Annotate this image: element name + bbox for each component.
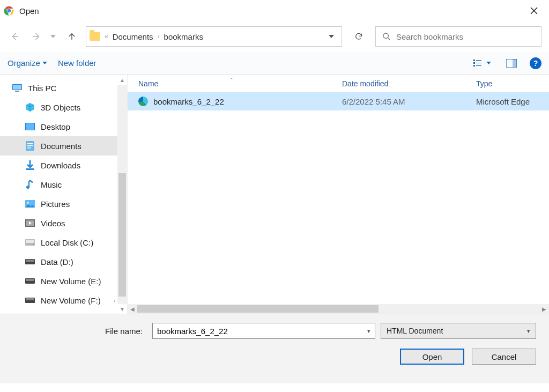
tree-new-volume-f[interactable]: New Volume (F:) › <box>0 291 127 310</box>
monitor-icon <box>12 83 23 93</box>
chevron-right-icon[interactable]: › <box>114 297 116 304</box>
nav-back-button[interactable] <box>8 29 23 44</box>
file-name: bookmarks_6_2_22 <box>153 97 224 106</box>
tree-downloads[interactable]: Downloads <box>0 156 127 175</box>
scroll-right-icon[interactable]: ▶ <box>539 306 549 312</box>
scroll-left-icon[interactable]: ◀ <box>128 306 137 312</box>
close-button[interactable] <box>523 0 545 21</box>
chevron-right-icon: › <box>158 33 160 40</box>
column-type[interactable]: Type <box>476 79 549 88</box>
tree-music[interactable]: Music <box>0 175 127 194</box>
column-date[interactable]: Date modified <box>342 79 476 88</box>
file-name-combo[interactable]: ▾ <box>152 323 375 339</box>
open-button[interactable]: Open <box>400 349 464 365</box>
svg-rect-7 <box>476 63 481 63</box>
nav-up-button[interactable] <box>64 29 79 44</box>
music-icon <box>25 180 35 189</box>
svg-rect-20 <box>27 147 31 149</box>
address-dropdown[interactable] <box>324 35 338 38</box>
address-bar[interactable]: « Documents › bookmarks <box>86 26 342 47</box>
chevron-down-icon[interactable]: ▾ <box>367 328 370 335</box>
download-icon <box>25 160 35 170</box>
breadcrumb-seg-0[interactable]: Documents <box>113 32 153 41</box>
file-name-label: File name: <box>13 327 147 336</box>
svg-point-3 <box>383 33 388 38</box>
breadcrumb-overflow[interactable]: « <box>105 33 108 40</box>
tree-local-disk-c[interactable]: Local Disk (C:) <box>0 233 127 252</box>
tree-videos[interactable]: Videos <box>0 213 127 233</box>
scroll-down-icon[interactable]: ▼ <box>117 304 127 314</box>
tree-pictures[interactable]: Pictures <box>0 194 127 213</box>
file-list: Name ⌃ Date modified Type bookmarks_6_2_… <box>128 75 549 314</box>
disk-icon <box>25 238 35 247</box>
disk-icon <box>25 295 35 305</box>
nav-recent-dropdown[interactable] <box>50 35 58 38</box>
svg-rect-6 <box>473 62 475 64</box>
file-row[interactable]: bookmarks_6_2_22 6/2/2022 5:45 AM Micros… <box>128 92 549 110</box>
file-name-input[interactable] <box>157 327 370 336</box>
pictures-icon <box>25 199 35 209</box>
tree-label: Pictures <box>41 199 70 209</box>
view-mode-button[interactable] <box>471 57 493 70</box>
window-title: Open <box>19 6 39 16</box>
svg-point-29 <box>33 243 34 245</box>
svg-point-22 <box>26 186 29 189</box>
tree-this-pc[interactable]: This PC <box>0 78 127 98</box>
tree-label: New Volume (E:) <box>41 277 101 286</box>
tree-data-d[interactable]: Data (D:) <box>0 252 127 271</box>
footer: File name: ▾ HTML Document ▾ Open Cancel <box>0 314 549 383</box>
videos-icon <box>25 218 35 228</box>
svg-rect-21 <box>26 168 34 170</box>
horizontal-scrollbar[interactable]: ◀ ▶ <box>128 304 549 314</box>
body: This PC 3D Objects Desktop Documents Dow… <box>0 75 549 314</box>
search-input[interactable] <box>396 32 535 41</box>
scroll-track[interactable] <box>117 85 127 304</box>
disk-icon <box>25 257 35 267</box>
tree-label: Music <box>41 180 62 189</box>
tree-label: Data (D:) <box>41 257 73 267</box>
file-type: Microsoft Edge <box>476 97 549 106</box>
svg-rect-19 <box>27 145 33 146</box>
nav-forward-button[interactable] <box>29 29 44 44</box>
svg-rect-5 <box>476 60 481 61</box>
column-name-label: Name <box>138 79 158 88</box>
tree-3d-objects[interactable]: 3D Objects <box>0 98 127 117</box>
preview-pane-button[interactable] <box>504 57 519 70</box>
edge-icon <box>138 97 148 106</box>
svg-rect-4 <box>473 60 475 61</box>
file-rows: bookmarks_6_2_22 6/2/2022 5:45 AM Micros… <box>128 92 549 304</box>
svg-rect-16 <box>26 123 34 130</box>
file-type-select[interactable]: HTML Document ▾ <box>381 323 536 339</box>
scroll-thumb[interactable] <box>137 305 379 313</box>
toolbar: Organize New folder ? <box>0 51 549 75</box>
svg-rect-9 <box>476 65 481 66</box>
tree-new-volume-e[interactable]: New Volume (E:) <box>0 271 127 291</box>
scroll-up-icon[interactable]: ▲ <box>117 75 127 85</box>
breadcrumb-seg-1[interactable]: bookmarks <box>164 32 203 41</box>
column-name[interactable]: Name ⌃ <box>128 79 342 88</box>
sidebar: This PC 3D Objects Desktop Documents Dow… <box>0 75 128 314</box>
svg-point-24 <box>27 202 29 204</box>
search-box[interactable] <box>375 26 541 47</box>
cancel-button[interactable]: Cancel <box>472 349 536 365</box>
tree-documents[interactable]: Documents <box>0 136 127 156</box>
chrome-icon <box>4 6 14 16</box>
refresh-button[interactable] <box>348 26 369 47</box>
sidebar-scrollbar[interactable]: ▲ ▼ <box>117 75 127 314</box>
scroll-thumb[interactable] <box>118 173 126 297</box>
disk-icon <box>25 276 35 286</box>
tree-desktop[interactable]: Desktop <box>0 117 127 136</box>
tree-label: Documents <box>41 142 81 151</box>
new-folder-button[interactable]: New folder <box>58 58 97 68</box>
scroll-track[interactable] <box>137 304 539 314</box>
folder-icon <box>90 32 100 41</box>
help-button[interactable]: ? <box>530 57 541 69</box>
tree-label: Local Disk (C:) <box>41 238 93 247</box>
svg-rect-18 <box>27 143 33 144</box>
titlebar: Open <box>0 0 549 21</box>
file-type-value: HTML Document <box>387 327 443 335</box>
document-icon <box>25 141 35 151</box>
search-icon <box>382 32 391 41</box>
new-folder-label: New folder <box>58 58 97 68</box>
organize-menu[interactable]: Organize <box>8 58 47 68</box>
